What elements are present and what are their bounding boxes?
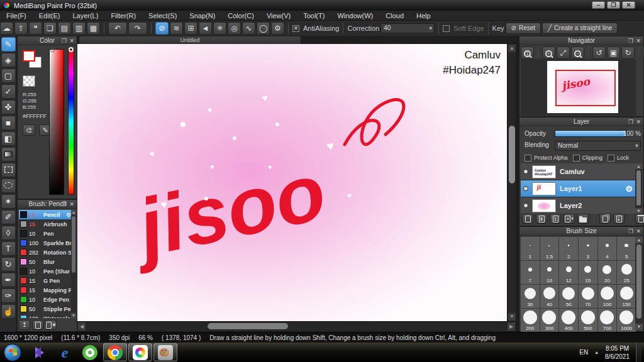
brush-size-option[interactable]: 25 [617, 261, 636, 284]
shape-brush-tool[interactable]: ▢ [1, 69, 16, 83]
menu-item-help[interactable]: Help [410, 11, 437, 21]
horizontal-scrollbar[interactable]: ◀ ▶ [77, 321, 516, 331]
menu-item-file[interactable]: File(F) [0, 11, 33, 21]
medibang-cloud-taskbar-button[interactable] [128, 343, 152, 361]
brush-list-item[interactable]: 10Pen (Shar [19, 266, 72, 276]
fill-tool[interactable]: ■ [1, 116, 16, 130]
merge-layer-button[interactable]: ⇣ [613, 214, 625, 224]
add-layer-button[interactable]: +▾ [564, 214, 575, 224]
popout-icon[interactable]: ❐ [628, 118, 633, 126]
brush-list-item[interactable]: 100Watercolo [19, 314, 72, 318]
palette-icon[interactable]: 🎨︎ [23, 124, 35, 136]
checkbox-icon[interactable] [608, 155, 614, 162]
brush-list-item[interactable]: 15Airbrush [19, 219, 72, 229]
brush-size-option[interactable]: 1 [521, 237, 540, 260]
upload-brush-button[interactable]: ↥ [19, 320, 30, 330]
brush-size-option[interactable]: 100 [598, 285, 617, 308]
delete-layer-button[interactable] [635, 214, 644, 224]
snap-concentric-button[interactable]: ◎ [228, 22, 241, 35]
checkbox-icon[interactable] [573, 155, 580, 162]
reset-button[interactable]: ⊘Reset [506, 23, 541, 34]
brush-size-option[interactable]: 15 [579, 261, 597, 284]
brush-size-option[interactable]: 150 [617, 285, 636, 308]
new-8bit-layer-button[interactable]: 8 [536, 214, 547, 224]
zoom-actual-button[interactable]: 1 [521, 47, 534, 59]
select-tool[interactable] [1, 163, 16, 177]
blending-dropdown[interactable]: Normal [555, 141, 641, 151]
new-1bit-layer-button[interactable]: 1 [550, 214, 561, 224]
layer-item[interactable]: Camluv #Hoidap247Camluv [521, 163, 636, 180]
cloud-button[interactable]: ☁ [0, 22, 13, 35]
control-point-tool[interactable]: ✓ [1, 84, 16, 99]
vertical-scrollbar[interactable]: ▲ ▼ [507, 44, 516, 321]
menu-item-snap[interactable]: Snap(N) [183, 11, 221, 21]
snap-off-button[interactable]: ⊘ [155, 22, 169, 35]
menu-item-edit[interactable]: Edit(E) [33, 11, 67, 21]
brush-size-option[interactable]: 300 [540, 309, 559, 332]
scroll-down-icon[interactable]: ▼ [635, 208, 642, 214]
brush-size-option[interactable]: 12 [559, 261, 578, 284]
brush-list-item[interactable]: 10Pen [19, 229, 72, 238]
soft-edge-checkbox[interactable] [443, 25, 450, 32]
close-icon[interactable]: ✕ [636, 118, 641, 126]
close-icon[interactable]: ✕ [69, 36, 74, 45]
scroll-down-icon[interactable]: ▼ [635, 324, 643, 330]
brush-size-option[interactable]: 5 [617, 237, 636, 260]
hue-slider[interactable] [68, 49, 74, 195]
internet-explorer-taskbar-button[interactable]: e [53, 343, 77, 361]
comment-list-button[interactable]: ❏ [43, 22, 57, 35]
hidden-icons-arrow[interactable]: ▲ [594, 350, 599, 354]
publish-button[interactable]: ⇪ [14, 22, 28, 35]
menu-item-filter[interactable]: Filter(R) [104, 11, 142, 21]
comment-button[interactable]: ❝ [29, 22, 42, 35]
new-layer-button[interactable] [522, 214, 533, 224]
popout-icon[interactable]: ❐ [62, 200, 67, 209]
brush-size-option[interactable]: 40 [540, 285, 559, 308]
scroll-up-icon[interactable]: ▲ [508, 45, 516, 52]
brush-size-option[interactable]: 4 [598, 237, 617, 260]
menu-item-cloud[interactable]: Cloud [379, 11, 410, 21]
brush-size-option[interactable]: 30 [521, 285, 540, 308]
text-tool[interactable]: T [1, 241, 16, 256]
zoom-in-button[interactable]: + [542, 47, 555, 59]
rotate-ccw-button[interactable]: ↺ [592, 47, 606, 59]
brush-size-option[interactable]: 70 [579, 285, 597, 308]
correction-dropdown[interactable]: 40 [380, 23, 435, 33]
brush-size-option[interactable]: 500 [579, 309, 597, 332]
saturation-value-picker[interactable] [49, 49, 64, 195]
brush-size-option[interactable]: 7 [521, 261, 540, 284]
brush-list-item[interactable]: 100Sparkle Br [19, 238, 72, 248]
menu-item-color[interactable]: Color(C) [221, 11, 260, 21]
lasso-tool[interactable] [1, 178, 16, 193]
snap-settings-button[interactable]: ⚙ [271, 22, 284, 35]
duplicate-layer-button[interactable] [599, 214, 611, 224]
chrome-taskbar-button[interactable] [103, 343, 127, 361]
brush-list-item[interactable]: 10Edge Pen [19, 295, 72, 304]
brush-list-item[interactable]: 50Stipple Pe [19, 304, 72, 314]
scroll-thumb[interactable] [509, 126, 515, 184]
kmplayer-taskbar-button[interactable] [28, 343, 52, 361]
close-icon[interactable]: ✕ [636, 227, 641, 236]
create-straight-line-button[interactable]: ╱Create a straight line [542, 23, 618, 34]
move-tool[interactable]: ✜ [1, 100, 16, 114]
brush-size-scrollbar[interactable]: ▲ ▼ [635, 237, 643, 330]
redo-button[interactable]: ↷ [128, 22, 147, 35]
zoom-out-button[interactable]: − [571, 47, 584, 59]
close-icon[interactable]: ✕ [636, 36, 641, 45]
layer-settings-icon[interactable]: ⚙ [625, 184, 633, 194]
layer-item[interactable]: jiLayer1⚙ [521, 180, 636, 197]
option-clipping[interactable]: Clipping [573, 155, 603, 162]
eraser-tool[interactable]: ◈ [1, 53, 16, 67]
folder-button[interactable] [577, 214, 589, 224]
layer-visibility-icon[interactable] [523, 203, 528, 208]
canvas-viewport[interactable]: jisoo ♥♥♥♥♥♥♥♥ Camluv #Hoidap247 [77, 44, 507, 321]
antialiasing-checkbox[interactable] [292, 25, 299, 32]
brush-size-option[interactable]: 20 [598, 261, 617, 284]
brush-list-item[interactable]: 15Pencil⚙ [19, 210, 72, 219]
reset-view-button[interactable]: ▣ [607, 47, 620, 59]
brush-list-item[interactable]: 282Rotation S [19, 248, 72, 257]
option-lock[interactable]: Lock [608, 155, 629, 162]
layer-visibility-icon[interactable] [523, 169, 528, 174]
popout-icon[interactable]: ❐ [628, 227, 633, 236]
document-settings-button[interactable]: ▥ [72, 22, 86, 35]
